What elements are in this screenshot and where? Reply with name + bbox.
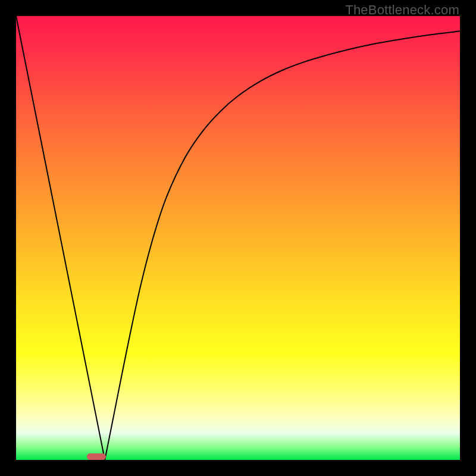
- chart-frame: TheBottleneck.com: [0, 0, 476, 476]
- bottleneck-curve: [16, 16, 460, 460]
- bottleneck-marker: [87, 453, 106, 460]
- plot-area: [16, 16, 460, 460]
